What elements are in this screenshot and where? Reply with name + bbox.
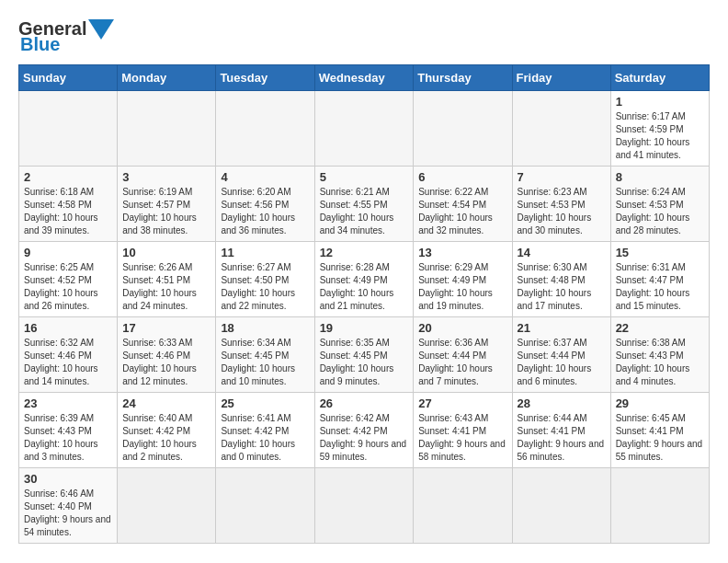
day-number: 5 [320, 170, 409, 184]
header: General Blue [18, 18, 710, 55]
day-number: 6 [418, 170, 506, 184]
day-info: Sunrise: 6:40 AM Sunset: 4:42 PM Dayligh… [122, 412, 210, 464]
calendar-cell [314, 91, 414, 167]
day-info: Sunrise: 6:28 AM Sunset: 4:49 PM Dayligh… [320, 261, 409, 313]
day-number: 27 [418, 396, 506, 410]
day-number: 19 [320, 321, 409, 335]
calendar-cell: 8Sunrise: 6:24 AM Sunset: 4:53 PM Daylig… [610, 167, 709, 242]
calendar-cell [118, 91, 216, 167]
calendar-cell: 16Sunrise: 6:32 AM Sunset: 4:46 PM Dayli… [19, 317, 118, 393]
calendar-cell: 14Sunrise: 6:30 AM Sunset: 4:48 PM Dayli… [512, 242, 610, 317]
calendar-cell: 24Sunrise: 6:40 AM Sunset: 4:42 PM Dayli… [118, 393, 216, 468]
day-info: Sunrise: 6:37 AM Sunset: 4:44 PM Dayligh… [518, 337, 606, 388]
day-number: 20 [418, 321, 506, 335]
calendar-cell [414, 468, 512, 544]
calendar-cell [610, 468, 709, 544]
calendar-cell: 19Sunrise: 6:35 AM Sunset: 4:45 PM Dayli… [314, 317, 414, 393]
calendar-cell: 20Sunrise: 6:36 AM Sunset: 4:44 PM Dayli… [414, 317, 512, 393]
logo-blue-icon [88, 19, 114, 40]
day-number: 16 [24, 321, 112, 335]
calendar-cell: 10Sunrise: 6:26 AM Sunset: 4:51 PM Dayli… [118, 242, 216, 317]
day-number: 9 [24, 246, 112, 259]
calendar-cell: 28Sunrise: 6:44 AM Sunset: 4:41 PM Dayli… [512, 393, 610, 468]
calendar-week-row: 1Sunrise: 6:17 AM Sunset: 4:59 PM Daylig… [19, 91, 710, 167]
day-info: Sunrise: 6:44 AM Sunset: 4:41 PM Dayligh… [518, 412, 606, 464]
day-info: Sunrise: 6:30 AM Sunset: 4:48 PM Dayligh… [518, 261, 606, 313]
day-info: Sunrise: 6:31 AM Sunset: 4:47 PM Dayligh… [616, 261, 704, 313]
header-cell-wednesday: Wednesday [314, 65, 414, 91]
calendar-cell: 29Sunrise: 6:45 AM Sunset: 4:41 PM Dayli… [610, 393, 709, 468]
calendar-week-row: 23Sunrise: 6:39 AM Sunset: 4:43 PM Dayli… [19, 393, 710, 468]
calendar-week-row: 2Sunrise: 6:18 AM Sunset: 4:58 PM Daylig… [19, 167, 710, 242]
calendar-cell: 4Sunrise: 6:20 AM Sunset: 4:56 PM Daylig… [216, 167, 314, 242]
header-cell-saturday: Saturday [610, 65, 709, 91]
calendar-cell [118, 468, 216, 544]
day-info: Sunrise: 6:19 AM Sunset: 4:57 PM Dayligh… [122, 186, 210, 237]
calendar-cell: 12Sunrise: 6:28 AM Sunset: 4:49 PM Dayli… [314, 242, 414, 317]
calendar-cell [216, 91, 314, 167]
calendar-cell: 26Sunrise: 6:42 AM Sunset: 4:42 PM Dayli… [314, 393, 414, 468]
calendar-week-row: 30Sunrise: 6:46 AM Sunset: 4:40 PM Dayli… [19, 468, 710, 544]
calendar-cell: 27Sunrise: 6:43 AM Sunset: 4:41 PM Dayli… [414, 393, 512, 468]
day-number: 4 [221, 170, 309, 184]
header-cell-sunday: Sunday [19, 65, 118, 91]
calendar-body: 1Sunrise: 6:17 AM Sunset: 4:59 PM Daylig… [19, 91, 710, 544]
day-info: Sunrise: 6:38 AM Sunset: 4:43 PM Dayligh… [616, 337, 704, 388]
day-info: Sunrise: 6:41 AM Sunset: 4:42 PM Dayligh… [221, 412, 309, 464]
calendar-cell: 2Sunrise: 6:18 AM Sunset: 4:58 PM Daylig… [19, 167, 118, 242]
day-number: 11 [221, 246, 309, 259]
day-info: Sunrise: 6:17 AM Sunset: 4:59 PM Dayligh… [616, 110, 704, 162]
calendar-cell: 15Sunrise: 6:31 AM Sunset: 4:47 PM Dayli… [610, 242, 709, 317]
calendar-cell [19, 91, 118, 167]
day-number: 29 [616, 396, 704, 410]
day-info: Sunrise: 6:26 AM Sunset: 4:51 PM Dayligh… [122, 261, 210, 313]
svg-marker-0 [88, 19, 114, 40]
day-info: Sunrise: 6:29 AM Sunset: 4:49 PM Dayligh… [418, 261, 506, 313]
calendar-cell: 21Sunrise: 6:37 AM Sunset: 4:44 PM Dayli… [512, 317, 610, 393]
day-number: 22 [616, 321, 704, 335]
calendar-cell: 6Sunrise: 6:22 AM Sunset: 4:54 PM Daylig… [414, 167, 512, 242]
calendar-cell [216, 468, 314, 544]
day-number: 1 [616, 95, 704, 109]
calendar-cell: 23Sunrise: 6:39 AM Sunset: 4:43 PM Dayli… [19, 393, 118, 468]
calendar-cell: 25Sunrise: 6:41 AM Sunset: 4:42 PM Dayli… [216, 393, 314, 468]
calendar-cell: 18Sunrise: 6:34 AM Sunset: 4:45 PM Dayli… [216, 317, 314, 393]
day-number: 24 [122, 396, 210, 410]
header-cell-tuesday: Tuesday [216, 65, 314, 91]
day-number: 15 [616, 246, 704, 259]
calendar-cell: 22Sunrise: 6:38 AM Sunset: 4:43 PM Dayli… [610, 317, 709, 393]
day-info: Sunrise: 6:32 AM Sunset: 4:46 PM Dayligh… [24, 337, 112, 388]
calendar-cell: 17Sunrise: 6:33 AM Sunset: 4:46 PM Dayli… [118, 317, 216, 393]
day-info: Sunrise: 6:43 AM Sunset: 4:41 PM Dayligh… [418, 412, 506, 464]
day-info: Sunrise: 6:22 AM Sunset: 4:54 PM Dayligh… [418, 186, 506, 237]
day-number: 28 [518, 396, 606, 410]
day-number: 8 [616, 170, 704, 184]
day-number: 7 [518, 170, 606, 184]
day-number: 26 [320, 396, 409, 410]
header-cell-friday: Friday [512, 65, 610, 91]
day-number: 10 [122, 246, 210, 259]
day-number: 2 [24, 170, 112, 184]
day-number: 30 [24, 472, 112, 486]
day-number: 18 [221, 321, 309, 335]
day-info: Sunrise: 6:21 AM Sunset: 4:55 PM Dayligh… [320, 186, 409, 237]
calendar-cell [414, 91, 512, 167]
day-number: 13 [418, 246, 506, 259]
day-info: Sunrise: 6:34 AM Sunset: 4:45 PM Dayligh… [221, 337, 309, 388]
calendar: SundayMondayTuesdayWednesdayThursdayFrid… [18, 64, 710, 544]
calendar-cell: 1Sunrise: 6:17 AM Sunset: 4:59 PM Daylig… [610, 91, 709, 167]
day-info: Sunrise: 6:35 AM Sunset: 4:45 PM Dayligh… [320, 337, 409, 388]
header-cell-monday: Monday [118, 65, 216, 91]
calendar-week-row: 9Sunrise: 6:25 AM Sunset: 4:52 PM Daylig… [19, 242, 710, 317]
day-number: 14 [518, 246, 606, 259]
day-info: Sunrise: 6:45 AM Sunset: 4:41 PM Dayligh… [616, 412, 704, 464]
day-number: 23 [24, 396, 112, 410]
calendar-cell: 13Sunrise: 6:29 AM Sunset: 4:49 PM Dayli… [414, 242, 512, 317]
day-info: Sunrise: 6:33 AM Sunset: 4:46 PM Dayligh… [122, 337, 210, 388]
calendar-cell: 7Sunrise: 6:23 AM Sunset: 4:53 PM Daylig… [512, 167, 610, 242]
day-info: Sunrise: 6:36 AM Sunset: 4:44 PM Dayligh… [418, 337, 506, 388]
day-info: Sunrise: 6:46 AM Sunset: 4:40 PM Dayligh… [24, 488, 112, 539]
day-number: 25 [221, 396, 309, 410]
calendar-cell: 5Sunrise: 6:21 AM Sunset: 4:55 PM Daylig… [314, 167, 414, 242]
calendar-cell: 30Sunrise: 6:46 AM Sunset: 4:40 PM Dayli… [19, 468, 118, 544]
